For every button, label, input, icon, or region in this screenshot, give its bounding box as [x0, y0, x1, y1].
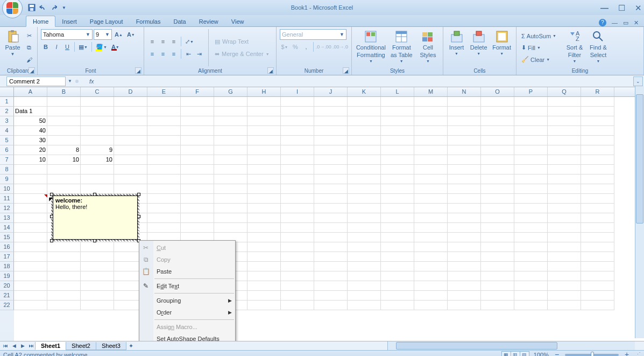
cell[interactable] — [448, 97, 481, 107]
cell[interactable] — [114, 97, 147, 107]
ctx-assign-macro[interactable]: Assign Macro... — [139, 321, 235, 333]
cell[interactable] — [381, 262, 414, 271]
row-header[interactable]: 6 — [0, 145, 14, 155]
cell[interactable] — [514, 242, 548, 252]
cell[interactable] — [481, 126, 514, 136]
cell[interactable] — [281, 213, 314, 223]
resize-handle[interactable] — [50, 215, 53, 218]
cell[interactable] — [448, 223, 481, 233]
sheet-tab-3[interactable]: Sheet3 — [96, 342, 126, 350]
number-launcher[interactable]: ◢ — [343, 67, 349, 74]
cell[interactable] — [214, 97, 247, 107]
cell[interactable] — [181, 116, 214, 126]
minimize-ribbon-icon[interactable]: — — [612, 19, 618, 26]
cell[interactable] — [414, 136, 448, 145]
row-header[interactable]: 10 — [0, 184, 14, 194]
cell[interactable]: 10 — [14, 155, 47, 165]
cell[interactable] — [514, 155, 548, 165]
cell[interactable] — [381, 204, 414, 213]
cell[interactable] — [47, 126, 81, 136]
cell[interactable] — [448, 213, 481, 223]
col-header[interactable]: P — [514, 87, 548, 96]
cell[interactable] — [14, 184, 47, 194]
cell[interactable] — [348, 291, 381, 301]
tab-insert[interactable]: Insert — [55, 16, 83, 26]
cell[interactable] — [381, 242, 414, 252]
cell[interactable] — [114, 165, 147, 174]
cell[interactable] — [281, 107, 314, 116]
paste-button[interactable]: Paste ▼ — [3, 29, 22, 66]
cell[interactable] — [548, 213, 581, 223]
cell[interactable] — [481, 301, 514, 310]
cell[interactable] — [81, 97, 114, 107]
col-header[interactable]: J — [314, 87, 348, 96]
cell[interactable] — [414, 204, 448, 213]
cell[interactable] — [548, 136, 581, 145]
cell[interactable]: 20 — [14, 145, 47, 155]
cell[interactable] — [314, 184, 348, 194]
format-as-table-button[interactable]: Formatas Table▼ — [389, 29, 414, 66]
sheet-nav-prev[interactable]: ◀ — [10, 343, 18, 348]
cell[interactable] — [281, 291, 314, 301]
cell[interactable] — [581, 136, 614, 145]
col-header[interactable]: A — [14, 87, 47, 96]
increase-indent-icon[interactable]: ⇥ — [194, 48, 204, 59]
cell[interactable] — [548, 116, 581, 126]
cell[interactable] — [548, 281, 581, 291]
cell[interactable] — [448, 194, 481, 204]
cell[interactable] — [14, 223, 47, 233]
cell[interactable] — [581, 97, 614, 107]
font-color-icon[interactable]: A▼ — [110, 41, 121, 52]
row-header[interactable]: 4 — [0, 126, 14, 136]
cell[interactable] — [114, 126, 147, 136]
cell[interactable] — [348, 145, 381, 155]
cell[interactable] — [414, 281, 448, 291]
cell[interactable] — [414, 145, 448, 155]
cell[interactable] — [348, 252, 381, 262]
row-header[interactable]: 8 — [0, 165, 14, 174]
col-header[interactable]: B — [47, 87, 81, 96]
decrease-decimal-icon[interactable]: .00→.0 — [332, 41, 348, 52]
zoom-slider[interactable] — [565, 354, 619, 356]
cell[interactable] — [47, 97, 81, 107]
cell[interactable] — [181, 155, 214, 165]
cell[interactable] — [81, 165, 114, 174]
redo-icon[interactable] — [49, 4, 57, 11]
cell[interactable] — [247, 242, 281, 252]
cell[interactable] — [348, 165, 381, 174]
restore-workbook-icon[interactable]: ▭ — [623, 19, 628, 26]
cell[interactable] — [314, 281, 348, 291]
cell[interactable] — [514, 281, 548, 291]
cell[interactable] — [381, 233, 414, 242]
cell[interactable] — [348, 262, 381, 271]
cell[interactable] — [514, 174, 548, 184]
cell[interactable] — [247, 126, 281, 136]
cell[interactable]: 40 — [14, 126, 47, 136]
resize-handle[interactable] — [137, 193, 140, 196]
cell[interactable]: 9 — [81, 145, 114, 155]
cell[interactable] — [414, 271, 448, 281]
number-format-combo[interactable]: General▼ — [280, 29, 346, 40]
cell[interactable] — [214, 184, 247, 194]
cell[interactable] — [381, 184, 414, 194]
cell[interactable] — [448, 155, 481, 165]
cell[interactable] — [381, 281, 414, 291]
cell[interactable] — [81, 184, 114, 194]
cell[interactable] — [14, 281, 47, 291]
autosum-button[interactable]: Σ AutoSum ▼ — [520, 31, 562, 41]
sheet-tab-1[interactable]: Sheet1 — [35, 342, 66, 350]
column-headers[interactable]: ABCDEFGHIJKLMNOPQR — [14, 87, 635, 97]
format-cells-button[interactable]: Format▼ — [491, 29, 513, 66]
row-header[interactable]: 7 — [0, 155, 14, 165]
align-right-icon[interactable]: ≡ — [169, 48, 179, 59]
cell[interactable] — [214, 116, 247, 126]
cell[interactable] — [381, 194, 414, 204]
cell[interactable] — [514, 223, 548, 233]
cell[interactable] — [448, 184, 481, 194]
cell[interactable] — [247, 155, 281, 165]
cell[interactable] — [47, 136, 81, 145]
col-header[interactable]: I — [281, 87, 314, 96]
cell[interactable] — [381, 252, 414, 262]
cell[interactable] — [214, 174, 247, 184]
row-headers[interactable]: 12345678910111213141516171819202122 — [0, 97, 14, 341]
